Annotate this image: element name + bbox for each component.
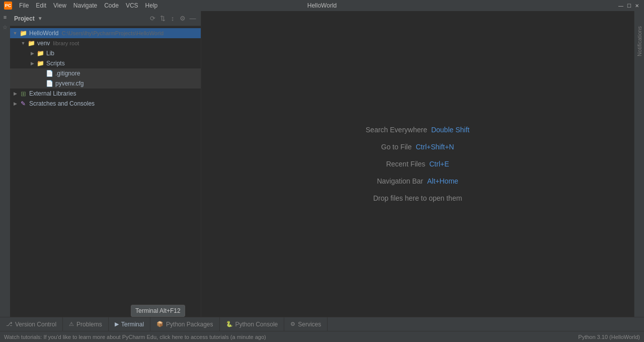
project-tree: ▼ 📁 HelloWorld C:\Users\lhy\PycharmProje…	[10, 26, 201, 317]
hint-nav-label: Navigation Bar	[377, 177, 423, 185]
arrow-scripts: ▶	[28, 61, 36, 66]
notifications-label[interactable]: Notifications	[636, 26, 642, 56]
services-icon: ⚙	[290, 321, 295, 327]
refresh-button[interactable]: ⟳	[148, 15, 156, 23]
bottom-tabs-bar: ⎇ Version Control ⚠ Problems ▶ Terminal …	[0, 317, 644, 331]
tree-item-helloworld[interactable]: ▼ 📁 HelloWorld C:\Users\lhy\PycharmProje…	[10, 28, 201, 38]
tab-python-console-label: Python Console	[235, 321, 278, 328]
tab-problems-label: Problems	[76, 321, 102, 328]
menu-edit[interactable]: Edit	[33, 1, 49, 10]
window-title: HelloWorld	[307, 2, 337, 9]
menu-navigate[interactable]: Navigate	[70, 1, 100, 10]
hint-drop-files: Drop files here to open them	[373, 194, 462, 202]
label-extlibs: External Libraries	[29, 90, 76, 97]
hint-nav-shortcut: Alt+Home	[427, 177, 458, 185]
project-icon[interactable]: ≡	[1, 13, 9, 21]
sidebar: Project ▼ ⟳ ⇅ ↕ ⚙ — ▼ 📁 HelloWorld C:\Us…	[10, 11, 201, 317]
label-scripts: Scripts	[46, 60, 65, 67]
menu-file[interactable]: File	[16, 1, 32, 10]
folder-icon-scripts: 📁	[36, 59, 44, 67]
tab-python-packages[interactable]: 📦 Python Packages	[150, 317, 219, 331]
tab-terminal-label: Terminal	[121, 321, 144, 328]
hide-button[interactable]: —	[189, 15, 197, 23]
secondary-venv: library root	[53, 40, 79, 46]
hint-search: Search Everywhere Double Shift	[366, 126, 469, 134]
label-gitignore: .gitignore	[55, 70, 80, 77]
tab-services-label: Services	[298, 321, 321, 328]
close-button[interactable]: ✕	[634, 3, 640, 9]
folder-icon-venv: 📁	[27, 39, 35, 47]
title-bar-left: PC File Edit View Navigate Code VCS Help	[4, 1, 160, 10]
label-lib: Lib	[46, 50, 54, 57]
version-control-icon: ⎇	[6, 321, 13, 327]
label-helloworld: HelloWorld	[29, 30, 58, 37]
tree-item-venv[interactable]: ▼ 📁 venv library root	[10, 38, 201, 48]
editor-area: Search Everywhere Double Shift Go to Fil…	[201, 11, 634, 317]
path-helloworld: C:\Users\lhy\PycharmProjects\HelloWorld	[61, 30, 164, 36]
folder-icon-helloworld: 📁	[19, 29, 27, 37]
sidebar-dropdown-icon[interactable]: ▼	[38, 16, 43, 21]
hint-search-shortcut: Double Shift	[431, 126, 469, 134]
tree-item-pyvenv[interactable]: 📄 pyvenv.cfg	[10, 78, 201, 89]
hint-search-label: Search Everywhere	[366, 126, 427, 134]
arrow-extlibs: ▶	[11, 91, 19, 96]
sidebar-title: Project	[14, 15, 35, 22]
arrow-scratches: ▶	[11, 101, 19, 106]
minimize-button[interactable]: —	[618, 3, 624, 9]
status-left-text: Watch tutorials: If you'd like to learn …	[4, 334, 578, 340]
python-console-icon: 🐍	[226, 321, 233, 327]
hint-drop-label: Drop files here to open them	[373, 194, 462, 202]
extlib-icon: ⊞	[19, 90, 27, 98]
label-pyvenv: pyvenv.cfg	[55, 80, 84, 87]
window-controls: — ☐ ✕	[618, 3, 640, 9]
hint-nav-bar: Navigation Bar Alt+Home	[377, 177, 458, 185]
status-bar: Watch tutorials: If you'd like to learn …	[0, 331, 644, 342]
expand-collapse-button[interactable]: ↕	[169, 15, 177, 23]
arrow-venv: ▼	[19, 41, 27, 46]
main-layout: ≡ ☆ Project ▼ ⟳ ⇅ ↕ ⚙ — ▼ 📁 HelloWorld C…	[0, 11, 644, 317]
menu-help[interactable]: Help	[142, 1, 161, 10]
menu-bar: File Edit View Navigate Code VCS Help	[16, 1, 160, 10]
tab-terminal[interactable]: ▶ Terminal	[109, 317, 150, 331]
menu-vcs[interactable]: VCS	[123, 1, 141, 10]
bookmark-icon[interactable]: ☆	[1, 23, 9, 31]
collapse-all-button[interactable]: ⇅	[158, 15, 167, 23]
status-right-text: Python 3.10 (HelloWorld)	[578, 334, 640, 340]
menu-code[interactable]: Code	[101, 1, 122, 10]
tree-item-lib[interactable]: ▶ 📁 Lib	[10, 48, 201, 58]
tab-python-packages-label: Python Packages	[166, 321, 213, 328]
terminal-tooltip: Terminal Alt+F12	[131, 305, 185, 317]
hint-goto-label: Go to File	[381, 143, 412, 151]
tab-services[interactable]: ⚙ Services	[284, 317, 328, 331]
arrow-helloworld: ▼	[11, 31, 19, 36]
tree-item-scratches[interactable]: ▶ ✎ Scratches and Consoles	[10, 99, 201, 109]
settings-button[interactable]: ⚙	[179, 15, 187, 23]
label-venv: venv	[37, 40, 50, 47]
tab-version-control[interactable]: ⎇ Version Control	[0, 317, 63, 331]
tab-problems[interactable]: ⚠ Problems	[63, 317, 109, 331]
scratches-icon: ✎	[19, 100, 27, 108]
tab-python-console[interactable]: 🐍 Python Console	[220, 317, 285, 331]
hint-goto-file: Go to File Ctrl+Shift+N	[381, 143, 454, 151]
title-bar: PC File Edit View Navigate Code VCS Help…	[0, 0, 644, 11]
app-logo: PC	[4, 2, 12, 10]
activity-bar: ≡ ☆	[0, 11, 10, 317]
tree-item-scripts[interactable]: ▶ 📁 Scripts	[10, 58, 201, 68]
tab-version-control-label: Version Control	[15, 321, 56, 328]
file-icon-pyvenv: 📄	[45, 79, 53, 88]
label-scratches: Scratches and Consoles	[29, 100, 95, 107]
menu-view[interactable]: View	[50, 1, 69, 10]
terminal-icon: ▶	[115, 321, 119, 327]
python-packages-icon: 📦	[156, 321, 164, 327]
folder-icon-lib: 📁	[36, 49, 44, 57]
hint-recent-label: Recent Files	[386, 160, 425, 168]
arrow-lib: ▶	[28, 51, 36, 56]
tree-item-gitignore[interactable]: 📄 .gitignore	[10, 68, 201, 78]
sidebar-actions: ⟳ ⇅ ↕ ⚙ —	[148, 15, 197, 23]
maximize-button[interactable]: ☐	[626, 3, 632, 9]
hint-recent-shortcut: Ctrl+E	[429, 160, 449, 168]
hint-recent-files: Recent Files Ctrl+E	[386, 160, 449, 168]
problems-icon: ⚠	[69, 321, 74, 327]
notifications-bar: Notifications	[634, 11, 644, 317]
tree-item-extlibs[interactable]: ▶ ⊞ External Libraries	[10, 89, 201, 99]
